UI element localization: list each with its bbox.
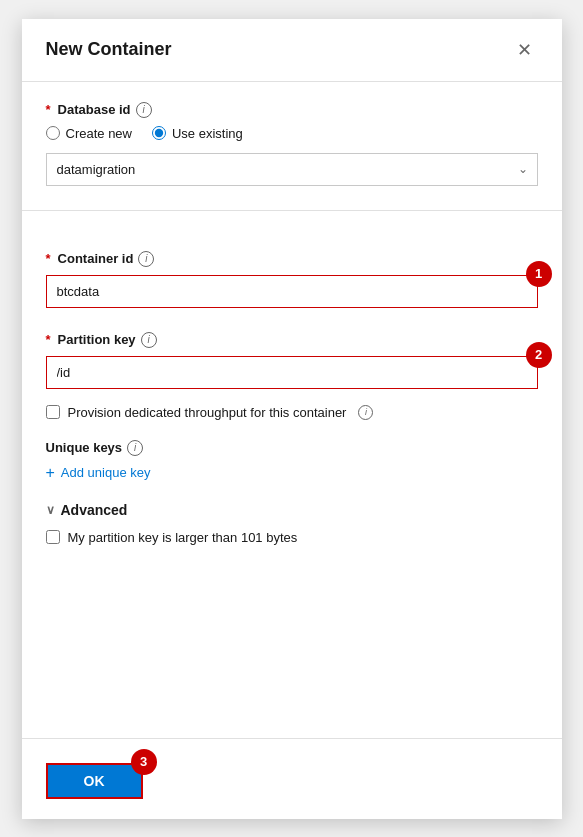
step-badge-3: 3 bbox=[131, 749, 157, 775]
container-id-input[interactable] bbox=[46, 275, 538, 308]
partition-key-section: * Partition key i 2 bbox=[46, 332, 538, 393]
unique-keys-info-icon[interactable]: i bbox=[127, 440, 143, 456]
required-star-2: * bbox=[46, 251, 51, 266]
throughput-label-text: Provision dedicated throughput for this … bbox=[68, 405, 347, 420]
advanced-chevron-icon: ∨ bbox=[46, 503, 55, 517]
partition-size-checkbox-label[interactable]: My partition key is larger than 101 byte… bbox=[46, 530, 538, 545]
throughput-checkbox-label[interactable]: Provision dedicated throughput for this … bbox=[46, 405, 538, 420]
step-badge-2: 2 bbox=[526, 342, 552, 368]
partition-key-input-wrapper: 2 bbox=[46, 356, 538, 389]
add-key-label: Add unique key bbox=[61, 465, 151, 480]
dialog-header: New Container ✕ bbox=[46, 39, 538, 61]
spacer bbox=[46, 545, 538, 738]
database-id-text: Database id bbox=[58, 102, 131, 117]
partition-key-info-icon[interactable]: i bbox=[141, 332, 157, 348]
dialog-footer: OK 3 bbox=[22, 738, 562, 799]
unique-keys-section: Unique keys i + Add unique key bbox=[46, 440, 538, 482]
close-button[interactable]: ✕ bbox=[511, 39, 538, 61]
database-dropdown-wrapper: datamigration ⌄ bbox=[46, 153, 538, 186]
database-id-info-icon[interactable]: i bbox=[136, 102, 152, 118]
use-existing-label: Use existing bbox=[172, 126, 243, 141]
database-id-label: * Database id i bbox=[46, 102, 538, 118]
required-star: * bbox=[46, 102, 51, 117]
database-dropdown[interactable]: datamigration bbox=[46, 153, 538, 186]
required-star-3: * bbox=[46, 332, 51, 347]
container-id-info-icon[interactable]: i bbox=[138, 251, 154, 267]
advanced-label: Advanced bbox=[61, 502, 128, 518]
advanced-content: My partition key is larger than 101 byte… bbox=[46, 530, 538, 545]
advanced-toggle-button[interactable]: ∨ Advanced bbox=[46, 502, 128, 518]
database-id-section: * Database id i Create new Use existing … bbox=[46, 102, 538, 190]
partition-key-input[interactable] bbox=[46, 356, 538, 389]
container-id-label: * Container id i bbox=[46, 251, 538, 267]
create-new-radio[interactable] bbox=[46, 126, 60, 140]
step-badge-1: 1 bbox=[526, 261, 552, 287]
throughput-checkbox[interactable] bbox=[46, 405, 60, 419]
add-unique-key-button[interactable]: + Add unique key bbox=[46, 464, 151, 482]
advanced-section: ∨ Advanced My partition key is larger th… bbox=[46, 502, 538, 545]
create-new-radio-label[interactable]: Create new bbox=[46, 126, 132, 141]
partition-size-checkbox[interactable] bbox=[46, 530, 60, 544]
container-id-text: Container id bbox=[58, 251, 134, 266]
database-id-radio-group: Create new Use existing bbox=[46, 126, 538, 141]
plus-icon: + bbox=[46, 464, 55, 482]
dialog-title: New Container bbox=[46, 39, 172, 60]
use-existing-radio-label[interactable]: Use existing bbox=[152, 126, 243, 141]
partition-size-label: My partition key is larger than 101 byte… bbox=[68, 530, 298, 545]
ok-button-wrapper: OK 3 bbox=[46, 763, 143, 799]
partition-key-label: * Partition key i bbox=[46, 332, 538, 348]
header-divider bbox=[22, 81, 562, 82]
throughput-info-icon[interactable]: i bbox=[358, 405, 373, 420]
use-existing-radio[interactable] bbox=[152, 126, 166, 140]
create-new-label: Create new bbox=[66, 126, 132, 141]
section-divider-1 bbox=[22, 210, 562, 211]
container-id-input-wrapper: 1 bbox=[46, 275, 538, 308]
unique-keys-label: Unique keys i bbox=[46, 440, 538, 456]
new-container-dialog: New Container ✕ * Database id i Create n… bbox=[22, 19, 562, 819]
partition-key-text: Partition key bbox=[58, 332, 136, 347]
container-id-section: * Container id i 1 bbox=[46, 251, 538, 312]
ok-button[interactable]: OK bbox=[46, 763, 143, 799]
unique-keys-text: Unique keys bbox=[46, 440, 123, 455]
